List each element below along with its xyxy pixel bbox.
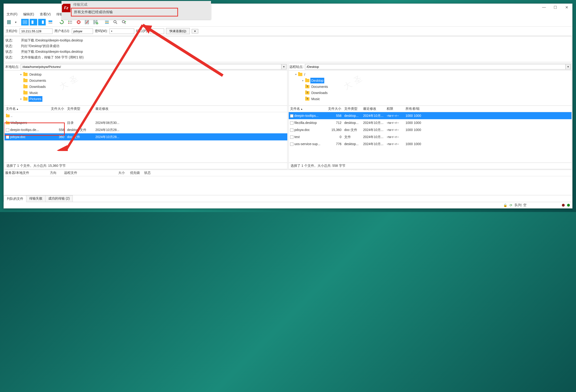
col-filename[interactable]: 文件名▲ [289, 106, 326, 112]
folder-icon [23, 73, 28, 76]
tree-item-music[interactable]: Music [29, 90, 39, 96]
remote-panel: 远程站点: ▼ 大圣 ▾/ ▸Desktop ?Documents ?Downl… [288, 63, 572, 169]
svg-rect-13 [68, 23, 69, 24]
col-permissions[interactable]: 权限 [385, 106, 404, 112]
col-modified[interactable]: 最近修改 [94, 106, 127, 112]
col-filesize[interactable]: 文件大小 [47, 106, 66, 112]
compare-button[interactable] [112, 19, 119, 26]
col-filename[interactable]: 文件名▲ [4, 106, 47, 112]
svg-point-30 [122, 21, 125, 23]
folder-icon [23, 91, 28, 94]
svg-rect-7 [33, 21, 35, 24]
cancel-button[interactable] [75, 19, 83, 26]
maximize-button[interactable]: ☐ [552, 5, 559, 10]
remote-path-input[interactable] [305, 64, 565, 69]
col-modified[interactable]: 最近修改 [362, 106, 385, 112]
quickconnect-dropdown[interactable]: ▼ [192, 29, 198, 33]
menu-edit[interactable]: 编辑(E) [22, 12, 35, 17]
col-size[interactable]: 大小 [117, 170, 129, 176]
minimize-button[interactable]: — [541, 5, 547, 10]
username-label: 用户名(U): [54, 29, 70, 33]
list-row[interactable]: Wallpapers 目录 2024年08月30... [4, 119, 287, 126]
refresh-status-icon: ⟳ [510, 203, 512, 207]
sync-browse-button[interactable] [120, 19, 128, 26]
close-button[interactable]: ✕ [563, 5, 570, 10]
svg-rect-1 [9, 20, 11, 24]
tree-item-desktop[interactable]: Desktop [310, 78, 324, 83]
tree-item-downloads[interactable]: Downloads [310, 90, 328, 96]
statusbar: 🔒 ⟳ 队列: 空 [4, 202, 572, 208]
remote-path-dropdown[interactable]: ▼ [565, 64, 571, 69]
tree-item-desktop[interactable]: Desktop [29, 72, 42, 77]
password-label: 密码(W): [95, 29, 108, 33]
tree-item-documents[interactable]: Documents [310, 84, 329, 90]
tab-queued[interactable]: 列队的文件 [4, 196, 26, 202]
svg-rect-11 [49, 22, 52, 24]
quickconnect-button[interactable]: 快速连接(Q) [166, 28, 190, 34]
col-status[interactable]: 状态 [143, 170, 157, 176]
remote-tree[interactable]: 大圣 ▾/ ▸Desktop ?Documents ?Downloads ?Mu… [289, 70, 572, 106]
host-input[interactable] [20, 29, 53, 34]
tab-success[interactable]: 成功的传输 (2) [45, 195, 73, 202]
log-panel[interactable]: 状态:开始下载 /Desktop/deepin-tooltips.desktop… [4, 36, 572, 62]
col-remotefile[interactable]: 远程文件 [63, 170, 117, 176]
list-row[interactable]: filezilla.desktop 712desktop...2024年10月.… [289, 119, 572, 126]
list-row-parent[interactable]: .. [4, 112, 287, 119]
col-owner[interactable]: 所有者/组 [404, 106, 423, 112]
transfer-queue: 服务器/本地文件 方向 远程文件 大小 优先级 状态 [4, 170, 572, 195]
folder-unknown-icon: ? [305, 85, 309, 88]
list-row[interactable]: deepin-tooltips... 558desktop...2024年10月… [289, 112, 572, 119]
col-priority[interactable]: 优先级 [129, 170, 143, 176]
local-file-list[interactable]: .. Wallpapers 目录 2024年08月30... deepin-to… [4, 112, 287, 163]
tree-item-pictures[interactable]: Pictures [29, 96, 42, 102]
list-row[interactable]: deepin-tooltips.de... 558 desktop-文件 202… [4, 126, 287, 133]
port-input[interactable] [150, 29, 164, 34]
toggle-queue-button[interactable] [47, 19, 54, 26]
reconnect-button[interactable] [92, 19, 99, 26]
remote-file-list[interactable]: deepin-tooltips... 558desktop...2024年10月… [289, 112, 572, 163]
local-tree[interactable]: 大圣 ▸Desktop Documents Downloads Music ▸P… [4, 70, 287, 106]
menu-view[interactable]: 查看(V) [39, 12, 52, 17]
tree-item-documents[interactable]: Documents [29, 78, 47, 83]
col-filetype[interactable]: 文件类型 [66, 106, 94, 112]
col-filesize[interactable]: 文件大小 [326, 106, 343, 112]
transfer-body[interactable] [4, 176, 572, 195]
menu-file[interactable]: 文件(F) [6, 12, 18, 17]
toggle-remotetree-button[interactable] [38, 19, 46, 26]
col-server[interactable]: 服务器/本地文件 [4, 170, 49, 176]
disconnect-button[interactable] [83, 19, 91, 26]
username-input[interactable] [72, 29, 93, 34]
quickconnect-bar: 主机(H): 用户名(U): 密码(W): 端口(P): 快速连接(Q) ▼ [4, 27, 572, 36]
status-led-red [562, 204, 565, 207]
toggle-localtree-button[interactable] [30, 19, 37, 26]
list-row[interactable]: uos-service-sup... 776desktop...2024年10月… [289, 140, 572, 148]
site-manager-dropdown[interactable]: ▼ [14, 21, 17, 24]
tree-item-music[interactable]: Music [310, 96, 321, 102]
folder-icon [23, 85, 28, 88]
process-queue-button[interactable] [66, 19, 74, 26]
password-input[interactable] [110, 29, 134, 34]
col-filetype[interactable]: 文件类型 [343, 106, 362, 112]
list-row[interactable]: test 0文件2024年10月...-rw-r--r-- [289, 133, 572, 140]
main-window: Fz 传输完成 所有文件都已经成功传输 — ☐ ✕ 文件(F) 编辑(E) 查看… [3, 3, 573, 209]
site-manager-button[interactable] [6, 19, 13, 26]
svg-rect-10 [49, 21, 52, 22]
refresh-button[interactable] [58, 19, 65, 26]
svg-rect-8 [40, 21, 42, 24]
local-path-input[interactable] [21, 64, 281, 69]
list-row[interactable]: pdsyw.doc 15,360doc-文件2024年10月...-rw-r--… [289, 126, 572, 133]
tree-item-root[interactable]: / [303, 72, 306, 77]
filter-button[interactable] [103, 19, 111, 26]
toggle-log-button[interactable] [21, 19, 29, 26]
folder-icon [305, 79, 309, 82]
file-icon [290, 143, 293, 146]
col-direction[interactable]: 方向 [49, 170, 63, 176]
file-icon [290, 128, 293, 132]
tree-item-downloads[interactable]: Downloads [29, 84, 47, 90]
local-path-combo[interactable]: ▼ [21, 64, 287, 69]
host-label: 主机(H): [6, 29, 18, 33]
tab-failed[interactable]: 传输失败 [26, 195, 45, 202]
remote-path-combo[interactable]: ▼ [305, 64, 571, 69]
local-path-dropdown[interactable]: ▼ [281, 64, 286, 69]
list-row[interactable]: pdsyw.doc 360 doc-文件 2024年10月28... [4, 133, 287, 140]
